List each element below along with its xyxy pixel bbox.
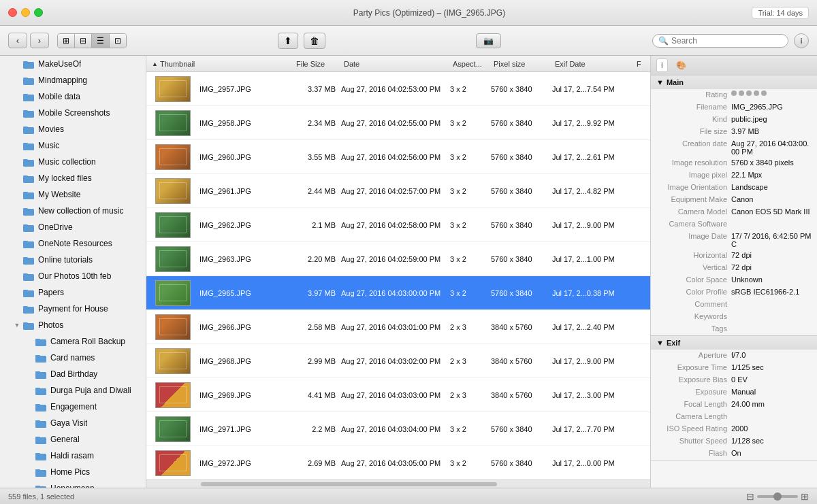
disclosure-icon[interactable] <box>12 320 22 330</box>
view-cover-button[interactable]: ⊡ <box>110 34 126 48</box>
filesize-cell: 2.69 MB <box>293 459 341 467</box>
col-header-thumbnail[interactable]: ▲ Thumbnail <box>149 60 197 68</box>
sidebar-item-papers[interactable]: Papers <box>0 284 146 301</box>
panel-tab-color[interactable]: 🎨 <box>672 58 690 72</box>
table-row[interactable]: IMG_2969.JPG4.41 MBAug 27, 2016 04:03:03… <box>146 378 650 412</box>
panel-tab-info[interactable]: i <box>656 58 668 72</box>
sidebar-item-onedrive[interactable]: OneDrive <box>0 219 146 235</box>
minimize-button[interactable] <box>21 8 30 17</box>
table-row[interactable]: IMG_2961.JPG2.44 MBAug 27, 2016 04:02:57… <box>146 174 650 208</box>
filename-cell: IMG_2960.JPG <box>197 153 293 161</box>
sidebar-item-camera-roll-backup[interactable]: Camera Roll Backup <box>0 333 146 350</box>
sidebar-item-durga-puja[interactable]: Durga Puja and Diwali <box>0 382 146 399</box>
sidebar-item-online-tutorials[interactable]: Online tutorials <box>0 252 146 268</box>
sidebar-item-photos[interactable]: Photos <box>0 317 146 333</box>
col-header-aspect[interactable]: Aspect... <box>450 60 491 68</box>
col-header-f[interactable]: F <box>634 60 647 68</box>
close-button[interactable] <box>8 8 17 17</box>
table-row[interactable]: IMG_2957.JPG3.37 MBAug 27, 2016 04:02:53… <box>146 72 650 106</box>
filesize-cell: 2.99 MB <box>293 357 341 365</box>
thumbnail-image <box>155 246 191 272</box>
folder-icon <box>22 90 35 103</box>
zoom-slider[interactable] <box>757 495 798 498</box>
sidebar-item-makeuseof[interactable]: MakeUseOf <box>0 56 146 72</box>
info-button[interactable]: i <box>794 33 809 48</box>
horizontal-scrollbar[interactable] <box>146 480 650 488</box>
trash-button[interactable]: 🗑 <box>304 33 325 49</box>
iso-row: ISO Speed Rating 2000 <box>651 423 817 435</box>
exposure-label: Exposure <box>656 388 731 396</box>
sidebar-item-movies[interactable]: Movies <box>0 121 146 137</box>
rating-dot-4[interactable] <box>754 90 759 96</box>
col-header-filesize[interactable]: File Size <box>293 60 341 68</box>
sidebar-item-gaya-visit[interactable]: Gaya Visit <box>0 415 146 431</box>
sidebar-item-card-names[interactable]: Card names <box>0 350 146 366</box>
equipment-make-value: Canon <box>731 195 812 203</box>
sidebar-item-music-collection[interactable]: Music collection <box>0 154 146 170</box>
main-section-header[interactable]: ▼ Main <box>651 75 817 89</box>
sidebar-item-my-website[interactable]: My Website <box>0 186 146 203</box>
rating-value[interactable] <box>731 90 812 96</box>
col-header-date[interactable]: Date <box>341 60 450 68</box>
search-input[interactable] <box>671 36 782 46</box>
rating-dot-1[interactable] <box>731 90 737 96</box>
sidebar-item-our-photos[interactable]: Our Photos 10th feb <box>0 268 146 284</box>
forward-button[interactable]: › <box>30 33 49 48</box>
filesize-cell: 2.1 MB <box>293 221 341 229</box>
col-header-pixel[interactable]: Pixel size <box>491 60 552 68</box>
date-cell: Aug 27, 2016 04:02:59:00 PM <box>341 255 450 263</box>
sidebar-item-new-collection-music[interactable]: New collection of music <box>0 203 146 219</box>
table-row[interactable]: IMG_2971.JPG2.2 MBAug 27, 2016 04:03:04:… <box>146 412 650 446</box>
sidebar-item-engagement[interactable]: Engagement <box>0 399 146 415</box>
sidebar-item-haldi-rasam[interactable]: Haldi rasam <box>0 448 146 464</box>
sidebar-item-general[interactable]: General <box>0 431 146 448</box>
sidebar-item-music[interactable]: Music <box>0 137 146 154</box>
rating-dot-3[interactable] <box>746 90 752 96</box>
table-row[interactable]: IMG_2966.JPG2.58 MBAug 27, 2016 04:03:01… <box>146 310 650 344</box>
date-cell: Aug 27, 2016 04:03:02:00 PM <box>341 357 450 365</box>
sidebar-item-honeymoon[interactable]: Honeymoon <box>0 480 146 488</box>
exposure-time-row: Exposure Time 1/125 sec <box>651 362 817 374</box>
view-columns-button[interactable]: ⊟ <box>75 34 92 48</box>
pixel-size-cell: 3840 x 5760 <box>491 357 552 365</box>
table-row[interactable]: IMG_2965.JPG3.97 MBAug 27, 2016 04:03:00… <box>146 276 650 310</box>
share-button[interactable]: ⬆ <box>278 33 298 49</box>
sidebar-item-dad-birthday[interactable]: Dad Birthday <box>0 366 146 382</box>
table-row[interactable]: IMG_2968.JPG2.99 MBAug 27, 2016 04:03:02… <box>146 344 650 378</box>
sidebar-item-mobile-screenshots[interactable]: Mobile Screenshots <box>0 105 146 121</box>
vertical-value: 72 dpi <box>731 263 812 271</box>
sidebar-item-payment-house[interactable]: Payment for House <box>0 301 146 317</box>
table-row[interactable]: IMG_2960.JPG3.55 MBAug 27, 2016 04:02:56… <box>146 140 650 174</box>
creation-date-label: Creation date <box>656 139 731 148</box>
folder-icon <box>22 220 35 234</box>
view-grid-button[interactable]: ⊞ <box>58 34 75 48</box>
view-list-button[interactable]: ☰ <box>92 34 110 48</box>
zoom-in-icon[interactable]: ⊞ <box>801 491 809 502</box>
table-row[interactable]: IMG_2972.JPG2.69 MBAug 27, 2016 04:03:05… <box>146 446 650 480</box>
table-row[interactable]: IMG_2962.JPG2.1 MBAug 27, 2016 04:02:58:… <box>146 208 650 242</box>
back-button[interactable]: ‹ <box>8 33 27 48</box>
sidebar-item-home-pics[interactable]: Home Pics <box>0 464 146 480</box>
filename-cell: IMG_2958.JPG <box>197 119 293 127</box>
image-date-label: Image Date <box>656 232 731 240</box>
rating-dot-2[interactable] <box>739 90 744 96</box>
sidebar-item-onenote-resources[interactable]: OneNote Resources <box>0 235 146 252</box>
table-row[interactable]: IMG_2958.JPG2.34 MBAug 27, 2016 04:02:55… <box>146 106 650 140</box>
main-section-label: Main <box>667 78 684 86</box>
maximize-button[interactable] <box>34 8 43 17</box>
keywords-row: Keywords <box>651 311 817 323</box>
rating-dot-5[interactable] <box>761 90 767 96</box>
svg-rect-23 <box>23 241 28 243</box>
folder-icon <box>34 449 48 463</box>
sidebar-item-mindmapping[interactable]: Mindmapping <box>0 72 146 88</box>
sidebar-item-my-locked-files[interactable]: My locked files <box>0 170 146 186</box>
zoom-out-icon[interactable]: ⊟ <box>746 491 754 502</box>
table-row[interactable]: IMG_2963.JPG2.20 MBAug 27, 2016 04:02:59… <box>146 242 650 276</box>
col-header-exif[interactable]: Exif Date <box>552 60 634 68</box>
action-button[interactable]: 📷 <box>476 33 501 48</box>
sidebar-item-mobile-data[interactable]: Mobile data <box>0 88 146 105</box>
pixel-size-cell: 5760 x 3840 <box>491 459 552 467</box>
exif-section-header[interactable]: ▼ Exif <box>651 336 817 350</box>
exif-date-cell: Jul 17, 2...2.61 PM <box>552 153 634 161</box>
comment-label: Comment <box>656 300 731 308</box>
